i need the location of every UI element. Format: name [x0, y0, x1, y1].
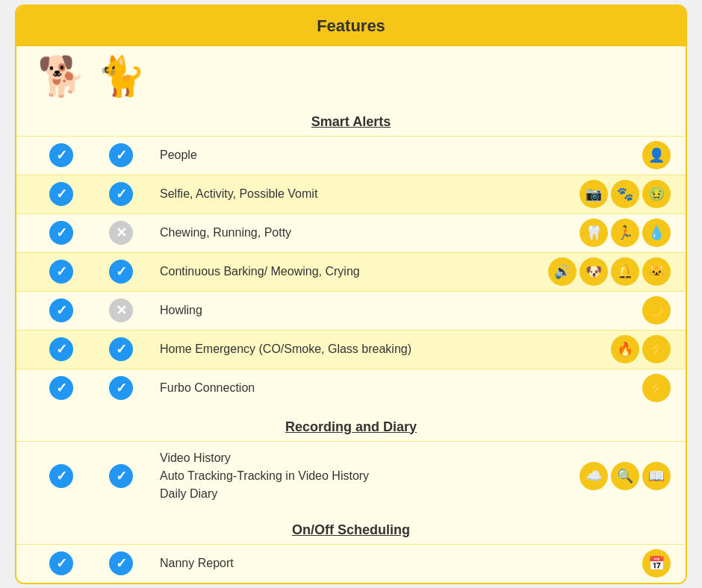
row-howling: ✓ ✕ Howling 🌙 [16, 291, 686, 330]
feature-furbo-icons: ⚡ [642, 374, 671, 402]
bark-icon: 🔊 [548, 257, 577, 286]
howling-icon: 🌙 [642, 296, 671, 325]
check-yes-icon: ✓ [49, 260, 73, 284]
dog-check-video: ✓ [31, 464, 91, 488]
check-yes-icon: ✓ [109, 551, 133, 575]
potty-icon: 💧 [642, 219, 671, 247]
check-yes-icon: ✓ [109, 464, 133, 488]
check-yes-icon: ✓ [109, 337, 133, 361]
dog-column-header: 🐕 [31, 54, 91, 99]
check-no-icon: ✕ [109, 221, 133, 245]
check-yes-icon: ✓ [49, 143, 73, 167]
glass-icon: ⚡ [642, 335, 671, 363]
feature-howling-text: Howling [151, 304, 642, 317]
check-yes-icon: ✓ [49, 551, 73, 575]
dog-check-howling: ✓ [31, 298, 91, 322]
feature-video-text: Video History Auto Tracking-Tracking in … [151, 449, 580, 503]
feature-people-text: People [151, 148, 642, 162]
cat-check-barking: ✓ [91, 260, 151, 284]
feature-howling-icons: 🌙 [642, 296, 671, 325]
row-chewing: ✓ ✕ Chewing, Running, Potty 🦷 🏃 💧 [16, 213, 686, 252]
cat-check-people: ✓ [91, 143, 151, 167]
pet-icons-row: 🐕 🐈 [16, 46, 686, 102]
dog-bark-icon: 🐶 [580, 257, 608, 286]
header-title: Features [317, 16, 385, 35]
cloud-icon: ☁️ [580, 462, 608, 490]
check-yes-icon: ✓ [49, 221, 73, 245]
row-nanny: ✓ ✓ Nanny Report 📅 [16, 544, 686, 583]
check-yes-icon: ✓ [49, 182, 73, 206]
section-recording-diary: Recording and Diary [16, 407, 686, 441]
cat-check-nanny: ✓ [91, 551, 151, 575]
activity-icon: 🐾 [611, 180, 639, 208]
cat-check-video: ✓ [91, 464, 151, 488]
row-furbo: ✓ ✓ Furbo Connection ⚡ [16, 369, 686, 407]
row-barking: ✓ ✓ Continuous Barking/ Meowing, Crying … [16, 252, 686, 291]
feature-barking-text: Continuous Barking/ Meowing, Crying [151, 265, 548, 278]
feature-selfie-icons: 📷 🐾 🤢 [580, 180, 671, 208]
feature-emergency-text: Home Emergency (CO/Smoke, Glass breaking… [151, 343, 611, 356]
vomit-icon: 🤢 [642, 180, 671, 208]
section-scheduling: On/Off Scheduling [16, 510, 686, 544]
dog-check-people: ✓ [31, 143, 91, 167]
feature-selfie-text: Selfie, Activity, Possible Vomit [151, 187, 580, 201]
dog-check-barking: ✓ [31, 260, 91, 284]
dog-check-furbo: ✓ [31, 376, 91, 400]
section-smart-alerts: Smart Alerts [16, 102, 686, 136]
calendar-icon: 📅 [642, 549, 671, 578]
cat-column-header: 🐈 [91, 54, 151, 99]
check-no-icon: ✕ [109, 298, 133, 322]
cat-check-selfie: ✓ [91, 182, 151, 206]
features-table: Features 🐕 🐈 Smart Alerts ✓ ✓ People 👤 ✓ [15, 4, 687, 584]
dog-check-emergency: ✓ [31, 337, 91, 361]
diary-icon: 📖 [642, 462, 671, 490]
feature-chewing-icons: 🦷 🏃 💧 [580, 219, 671, 247]
connection-icon: ⚡ [642, 374, 671, 402]
table-header: Features [16, 6, 686, 46]
fire-icon: 🔥 [611, 335, 639, 363]
feature-furbo-text: Furbo Connection [151, 381, 642, 395]
row-selfie: ✓ ✓ Selfie, Activity, Possible Vomit 📷 🐾… [16, 175, 686, 213]
dog-check-selfie: ✓ [31, 182, 91, 206]
dog-check-chewing: ✓ [31, 221, 91, 245]
row-people: ✓ ✓ People 👤 [16, 136, 686, 175]
check-yes-icon: ✓ [109, 143, 133, 167]
feature-nanny-icons: 📅 [642, 549, 671, 578]
smart-alerts-label: Smart Alerts [311, 114, 391, 129]
feature-barking-icons: 🔊 🐶 🔔 🐱 [548, 257, 671, 286]
check-yes-icon: ✓ [109, 260, 133, 284]
cat-icon: 🐈 [97, 54, 146, 99]
cat-check-chewing: ✕ [91, 221, 151, 245]
selfie-icon: 📷 [580, 180, 608, 208]
cat-check-furbo: ✓ [91, 376, 151, 400]
person-icon: 👤 [642, 141, 671, 169]
cat-check-howling: ✕ [91, 298, 151, 322]
check-yes-icon: ✓ [109, 376, 133, 400]
feature-video-icons: ☁️ 🔍 📖 [580, 462, 671, 490]
tracking-icon: 🔍 [611, 462, 639, 490]
check-yes-icon: ✓ [49, 298, 73, 322]
check-yes-icon: ✓ [109, 182, 133, 206]
feature-nanny-text: Nanny Report [151, 557, 642, 570]
scheduling-label: On/Off Scheduling [292, 522, 410, 537]
check-yes-icon: ✓ [49, 337, 73, 361]
check-yes-icon: ✓ [49, 376, 73, 400]
dog-check-nanny: ✓ [31, 551, 91, 575]
feature-people-icons: 👤 [642, 141, 671, 169]
cat-meow-icon: 🐱 [642, 257, 671, 286]
feature-chewing-text: Chewing, Running, Potty [151, 226, 580, 240]
chewing-icon: 🦷 [580, 219, 608, 247]
row-video-history: ✓ ✓ Video History Auto Tracking-Tracking… [16, 441, 686, 510]
recording-diary-label: Recording and Diary [285, 419, 417, 434]
cat-check-emergency: ✓ [91, 337, 151, 361]
feature-emergency-icons: 🔥 ⚡ [611, 335, 671, 363]
running-icon: 🏃 [611, 219, 639, 247]
row-emergency: ✓ ✓ Home Emergency (CO/Smoke, Glass brea… [16, 330, 686, 369]
check-yes-icon: ✓ [49, 464, 73, 488]
meow-icon: 🔔 [611, 257, 639, 286]
dog-icon: 🐕 [37, 54, 86, 99]
